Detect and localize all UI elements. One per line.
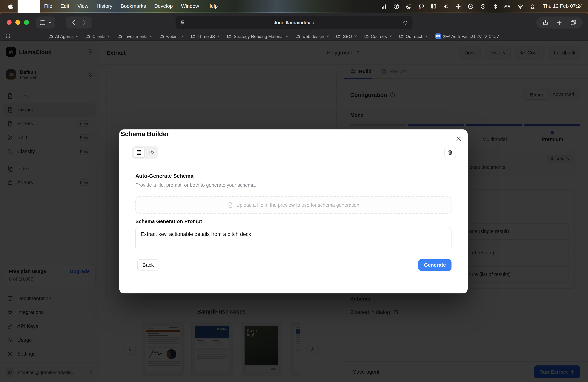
- table-icon: [136, 149, 142, 155]
- bookmarks-bar: AI Agents Clients Investments webint Thr…: [0, 32, 588, 41]
- reload-icon[interactable]: [403, 20, 408, 25]
- screen-recording-icon[interactable]: [417, 3, 426, 9]
- 2fa-badge-icon: 2FA: [435, 33, 441, 39]
- volume-icon[interactable]: [441, 3, 451, 9]
- toolbar-right-buttons: [536, 17, 583, 29]
- bookmark-folder-courses[interactable]: Courses: [364, 34, 392, 39]
- shortcuts-flower-icon[interactable]: [454, 3, 463, 9]
- upload-dropzone[interactable]: Upload a file in the preview to use for …: [135, 196, 452, 214]
- traffic-lights: [7, 20, 29, 25]
- schema-view-toggle: [132, 146, 158, 159]
- menu-help[interactable]: Help: [203, 3, 222, 9]
- share-button[interactable]: [538, 20, 552, 25]
- bookmark-folder-outreach[interactable]: Outreach: [399, 34, 428, 39]
- generate-button[interactable]: Generate: [418, 259, 452, 271]
- forward-button[interactable]: [79, 17, 90, 29]
- safari-toolbar: cloud.llamaindex.ai: [0, 13, 588, 32]
- minimize-window-button[interactable]: [15, 20, 20, 25]
- macos-menu-bar: Safari File Edit View History Bookmarks …: [0, 0, 588, 12]
- chevron-down-icon: [48, 21, 52, 24]
- battery-charging-icon[interactable]: [504, 3, 512, 9]
- auto-generate-description: Provide a file, prompt, or both to gener…: [135, 182, 256, 188]
- code-icon: [148, 150, 154, 155]
- folder-icon: [159, 34, 164, 39]
- sidebar-toggle-button[interactable]: [36, 17, 55, 29]
- screen: Safari File Edit View History Bookmarks …: [0, 0, 588, 382]
- favorites-grid-icon[interactable]: [6, 34, 10, 38]
- trash-icon: [447, 149, 453, 155]
- openai-icon[interactable]: [404, 3, 413, 9]
- modal-title: Schema Builder: [121, 130, 169, 138]
- folder-icon: [295, 34, 300, 39]
- folder-icon: [48, 34, 53, 39]
- url-text: cloud.llamaindex.ai: [273, 20, 315, 25]
- folder-icon: [117, 34, 122, 39]
- play-icon[interactable]: [466, 3, 475, 9]
- user-switch-icon[interactable]: [528, 3, 537, 9]
- bookmark-folder-ai-agents[interactable]: AI Agents: [48, 34, 79, 39]
- bookmark-folder-webint[interactable]: webint: [159, 34, 184, 39]
- menu-view[interactable]: View: [73, 3, 92, 9]
- schema-builder-modal: Schema Builder Auto-Generate Schema Prov…: [119, 129, 468, 293]
- file-icon: [228, 202, 233, 208]
- history-nav-buttons: [66, 17, 92, 29]
- address-bar[interactable]: cloud.llamaindex.ai: [176, 16, 413, 29]
- menu-bookmarks[interactable]: Bookmarks: [116, 3, 150, 9]
- tab-overview-button[interactable]: [566, 20, 580, 25]
- bookmark-folder-three-js[interactable]: Three JS: [191, 34, 220, 39]
- bookmark-2fa-auth[interactable]: 2FA2FA Auth Fac...U 2VTV C4Z7: [435, 33, 499, 39]
- close-window-button[interactable]: [7, 20, 12, 25]
- bluetooth-icon[interactable]: [491, 3, 500, 9]
- new-tab-button[interactable]: [552, 20, 566, 25]
- apple-menu-icon[interactable]: [8, 3, 14, 9]
- zoom-window-button[interactable]: [24, 20, 29, 25]
- menu-window[interactable]: Window: [177, 3, 203, 9]
- menu-file[interactable]: File: [40, 3, 56, 9]
- stage-manager-icon[interactable]: [429, 3, 438, 9]
- close-icon[interactable]: [456, 136, 461, 141]
- code-view-button[interactable]: [146, 148, 157, 158]
- keyboard-brightness-icon[interactable]: [392, 3, 401, 9]
- back-button[interactable]: Back: [137, 259, 159, 271]
- upload-hint-text: Upload a file in the preview to use for …: [236, 202, 359, 208]
- back-button[interactable]: [68, 17, 79, 29]
- menu-edit[interactable]: Edit: [56, 3, 73, 9]
- bookmark-folder-seo[interactable]: SEO: [336, 34, 357, 39]
- folder-icon: [364, 34, 369, 39]
- page-format-icon[interactable]: [180, 20, 185, 25]
- bookmark-folder-web-design[interactable]: web design: [295, 34, 329, 39]
- bookmark-folder-investments[interactable]: Investments: [117, 34, 152, 39]
- schema-prompt-input[interactable]: Extract key, actionable details from a p…: [135, 227, 452, 250]
- folder-icon: [399, 34, 404, 39]
- prompt-label: Schema Generation Prompt: [135, 219, 202, 224]
- folder-icon: [191, 34, 196, 39]
- time-machine-icon[interactable]: [479, 3, 488, 9]
- status-bar: Thu 12 Feb 07:24: [380, 3, 583, 9]
- wifi-icon[interactable]: [516, 3, 525, 9]
- bookmark-folder-strategy-reading[interactable]: Strategy Reading Material: [227, 34, 288, 39]
- folder-icon: [227, 34, 232, 39]
- delete-schema-button[interactable]: [444, 147, 456, 158]
- auto-generate-title: Auto-Generate Schema: [135, 173, 193, 179]
- folder-icon: [85, 34, 90, 39]
- menu-history[interactable]: History: [93, 3, 116, 9]
- menu-bar-clock[interactable]: Thu 12 Feb 07:24: [543, 3, 583, 9]
- stats-icon[interactable]: [380, 3, 389, 9]
- folder-icon: [336, 34, 341, 39]
- table-view-button[interactable]: [133, 148, 145, 158]
- menu-develop[interactable]: Develop: [150, 3, 177, 9]
- bookmark-folder-clients[interactable]: Clients: [85, 34, 110, 39]
